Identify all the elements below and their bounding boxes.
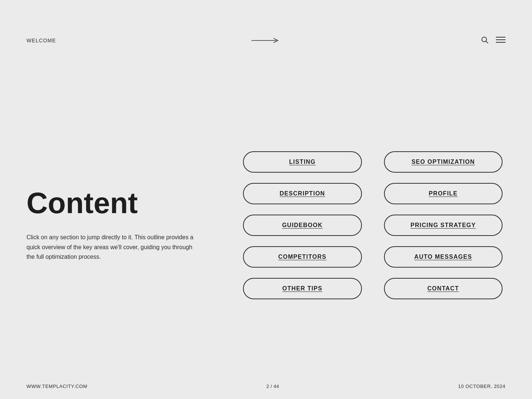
search-icon[interactable] (480, 36, 489, 45)
header: WELCOME (0, 0, 532, 81)
footer-date: 10 OCTOBER, 2024 (458, 384, 505, 389)
nav-button-guidebook[interactable]: GUIDEBOOK (243, 215, 362, 236)
nav-button-profile[interactable]: PROFILE (384, 183, 503, 204)
footer-website: WWW.TEMPLACITY.COM (27, 384, 87, 389)
page-description: Click on any section to jump directly to… (27, 233, 196, 262)
welcome-label: WELCOME (27, 38, 56, 43)
main-content: Content Click on any section to jump dir… (0, 81, 532, 370)
arrow-decoration (251, 37, 281, 44)
nav-button-other-tips[interactable]: OTHER TIPS (243, 278, 362, 299)
nav-button-listing[interactable]: LISTING (243, 151, 362, 173)
footer: WWW.TEMPLACITY.COM 2 / 44 10 OCTOBER, 20… (0, 373, 532, 399)
nav-button-contact[interactable]: CONTACT (384, 278, 503, 299)
nav-button-pricing-strategy[interactable]: PRICING STRATEGY (384, 215, 503, 236)
page-title: Content (27, 188, 214, 218)
nav-button-description[interactable]: DESCRIPTION (243, 183, 362, 204)
svg-line-2 (486, 41, 488, 43)
nav-button-competitors[interactable]: COMPETITORS (243, 246, 362, 268)
nav-button-seo-optimization[interactable]: SEO OPTIMIZATION (384, 151, 503, 173)
left-panel: Content Click on any section to jump dir… (0, 188, 214, 262)
header-icons (480, 36, 505, 45)
menu-icon[interactable] (496, 36, 505, 45)
nav-button-auto-messages[interactable]: AUTO MESSAGES (384, 246, 503, 268)
footer-pagination: 2 / 44 (266, 384, 279, 389)
nav-grid: LISTING SEO OPTIMIZATION DESCRIPTION PRO… (214, 151, 532, 299)
